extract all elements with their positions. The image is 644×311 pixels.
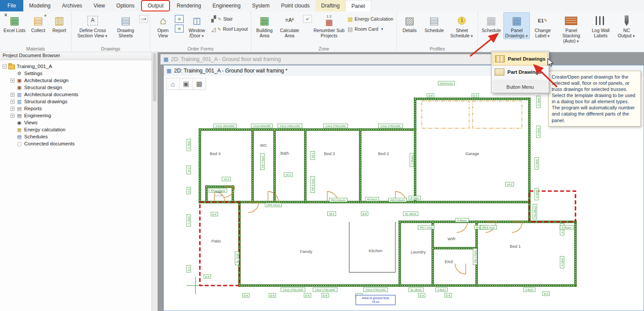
chevron-down-icon: ▼ bbox=[547, 34, 550, 38]
door-add-mini-button[interactable]: ⊞ bbox=[175, 25, 184, 33]
tab-system[interactable]: System bbox=[246, 0, 275, 11]
tree-item-energy-calculation[interactable]: ▦Energy calculation bbox=[1, 126, 151, 133]
details-button[interactable]: ▨ Details bbox=[398, 12, 420, 34]
tab-options[interactable]: Options bbox=[111, 0, 140, 11]
tree-item-architectural-documents[interactable]: +▥Architectural documents bbox=[1, 91, 151, 98]
tab-file[interactable]: File bbox=[0, 0, 23, 11]
menu-separator bbox=[494, 80, 546, 80]
drawing-options-mini-button[interactable]: ▭▾ bbox=[139, 15, 148, 23]
part-drawings-menu-icon bbox=[495, 69, 504, 76]
output-schedule-button[interactable]: ▦ Schedule bbox=[480, 12, 503, 34]
menu-item-label: Part Drawings bbox=[507, 69, 541, 75]
window-door-button[interactable]: ◫ Window /Door▼ bbox=[185, 12, 209, 39]
expand-icon[interactable]: + bbox=[11, 114, 14, 118]
change-label-button[interactable]: E1✎ Change Label▼ bbox=[531, 12, 554, 39]
menu-item-panel-drawings[interactable]: Panel Drawings bbox=[492, 52, 548, 65]
sidebar-scrollbar[interactable] bbox=[152, 52, 158, 311]
expander-spacer bbox=[11, 128, 14, 132]
expand-icon[interactable]: + bbox=[11, 100, 14, 104]
building-area-button[interactable]: ▦ Building Area bbox=[253, 12, 276, 39]
renumber-sub-projects-button[interactable]: 1 2▦ Renumber Sub Projects bbox=[313, 12, 345, 39]
tree-item-architectural-design[interactable]: +▣Architectural design bbox=[1, 77, 151, 84]
layers-button[interactable]: ▣ bbox=[180, 78, 193, 90]
expander-spacer bbox=[11, 121, 14, 125]
panel-drawings-tooltip: Create/Open panel drawings for the selec… bbox=[548, 71, 641, 127]
energy-calculation-button[interactable]: ▩ Energy Calculation bbox=[346, 14, 394, 23]
room-card-button[interactable]: ▤ Room Card ▼ bbox=[346, 25, 394, 33]
mini-sheet-icon: ▭▾ bbox=[141, 17, 146, 21]
profiles-schedule-button[interactable]: ▤ Schedule bbox=[421, 12, 447, 34]
expand-icon[interactable]: + bbox=[11, 93, 14, 97]
grid-icon: ▦ bbox=[196, 80, 202, 88]
tree-item-label: Engineering bbox=[24, 113, 51, 118]
chevron-down-icon: ▼ bbox=[525, 34, 528, 38]
inactive-window-titlebar[interactable]: ▦ 2D: Training_001_A - Ground floor wall… bbox=[160, 54, 549, 65]
tree-item-structural-design[interactable]: ▣Structural design bbox=[1, 84, 151, 91]
window-add-mini-button[interactable]: ⊞ bbox=[175, 15, 184, 23]
excel-x-icon: X bbox=[4, 13, 7, 17]
tree-item-label: Structural design bbox=[24, 85, 62, 90]
drawing-sheets-icon: ▤ bbox=[119, 14, 132, 27]
canvas-toolbar: ⌂ ▣ ▦ bbox=[166, 78, 206, 90]
panel-drawings-menu-icon bbox=[495, 55, 505, 62]
panel-drawings-button[interactable]: ▦ Panel Drawings▼ bbox=[503, 12, 530, 39]
excel-lists-button[interactable]: X▦ Excel Lists bbox=[2, 12, 27, 34]
change-label-icon: E1✎ bbox=[536, 14, 549, 27]
tab-panel[interactable]: Panel bbox=[345, 0, 371, 11]
pencil-icon: ✎ bbox=[217, 27, 221, 32]
expand-icon[interactable]: + bbox=[11, 107, 14, 111]
tree-item-label: Architectural documents bbox=[24, 92, 78, 97]
tab-modeling[interactable]: Modeling bbox=[23, 0, 56, 11]
room-card-icon: ▤ bbox=[347, 26, 353, 33]
tab-drafting[interactable]: Drafting bbox=[315, 0, 345, 11]
panel-stacking-icon bbox=[564, 14, 578, 27]
collapse-icon[interactable]: − bbox=[3, 65, 7, 69]
tree-item-engineering[interactable]: +▤Engineering bbox=[1, 112, 151, 119]
menu-item-part-drawings[interactable]: Part Drawings bbox=[492, 65, 548, 79]
stair-button[interactable]: ▞✎ Stair bbox=[210, 14, 249, 23]
tree-item-reports[interactable]: +▤Reports bbox=[1, 105, 151, 112]
output-schedule-label: Schedule bbox=[482, 28, 501, 33]
tree-item-settings[interactable]: ⚙Settings bbox=[1, 70, 151, 77]
tab-archives[interactable]: Archives bbox=[56, 0, 88, 11]
energy-icon: ▦ bbox=[16, 127, 22, 133]
pencil-icon: ✎ bbox=[218, 17, 221, 22]
menu-item-button-menu[interactable]: Button Menu bbox=[492, 82, 548, 92]
scrollbar-thumb[interactable] bbox=[153, 53, 156, 101]
tree-item-schedules[interactable]: ▤Schedules bbox=[1, 133, 151, 140]
engineering-icon: ▤ bbox=[16, 113, 22, 119]
log-wall-labels-button[interactable]: Log Wall Labels bbox=[588, 12, 613, 39]
report-icon: ▥ bbox=[53, 14, 66, 27]
tab-output[interactable]: Output bbox=[141, 0, 170, 11]
sheet-schedule-button[interactable]: 1 Sheet Schedule▼ bbox=[448, 12, 476, 39]
tab-engineering[interactable]: Engineering bbox=[207, 0, 246, 11]
panel-stacking-button[interactable]: Panel Stacking (Auto)▼ bbox=[555, 12, 587, 44]
nc-output-button[interactable]: NC Output▼ bbox=[614, 12, 639, 39]
panel-drawings-icon: ▦ bbox=[510, 14, 523, 27]
area-label-mini-button[interactable]: a² bbox=[303, 15, 312, 23]
open-view-button[interactable]: ⌂ Open View bbox=[152, 12, 174, 39]
ribbon: X▦ Excel Lists ▤+ Collect ▥ Report Mater… bbox=[0, 11, 644, 52]
drawing-sheets-button[interactable]: ▤ Drawing Sheets bbox=[113, 12, 138, 39]
report-button[interactable]: ▥ Report bbox=[49, 12, 69, 34]
renumber-label: Renumber Sub Projects bbox=[313, 28, 345, 39]
define-cross-section-view-button[interactable]: A Define Cross Section View▼ bbox=[73, 12, 112, 39]
roof-layout-button[interactable]: ◿✎ Roof Layout bbox=[210, 25, 249, 33]
tab-rendering[interactable]: Rendering bbox=[171, 0, 206, 11]
home-view-button[interactable]: ⌂ bbox=[166, 78, 180, 90]
tab-view[interactable]: View bbox=[88, 0, 111, 11]
tree-item-training-001-a[interactable]: −Training_001_A bbox=[1, 63, 151, 70]
tree-item-structural-drawings[interactable]: +▥Structural drawings bbox=[1, 98, 151, 105]
collect-button[interactable]: ▤+ Collect bbox=[28, 12, 48, 34]
tree-item-connected-documents[interactable]: ▢Connected documents bbox=[1, 140, 151, 147]
drawing-sheets-label: Drawing Sheets bbox=[113, 28, 138, 39]
calculate-area-button[interactable]: =A² Calculate Area bbox=[277, 12, 302, 39]
ribbon-tab-bar: File Modeling Archives View Options Outp… bbox=[0, 0, 644, 12]
tab-point-clouds[interactable]: Point clouds bbox=[275, 0, 315, 11]
tree-item-label: Settings bbox=[24, 71, 43, 76]
expand-icon[interactable]: + bbox=[11, 79, 14, 83]
grid-view-button[interactable]: ▦ bbox=[193, 78, 206, 90]
gear-icon: ⚙ bbox=[16, 71, 22, 76]
chevron-down-icon: ▼ bbox=[470, 34, 474, 38]
tree-item-views[interactable]: ◉Views bbox=[1, 119, 151, 126]
